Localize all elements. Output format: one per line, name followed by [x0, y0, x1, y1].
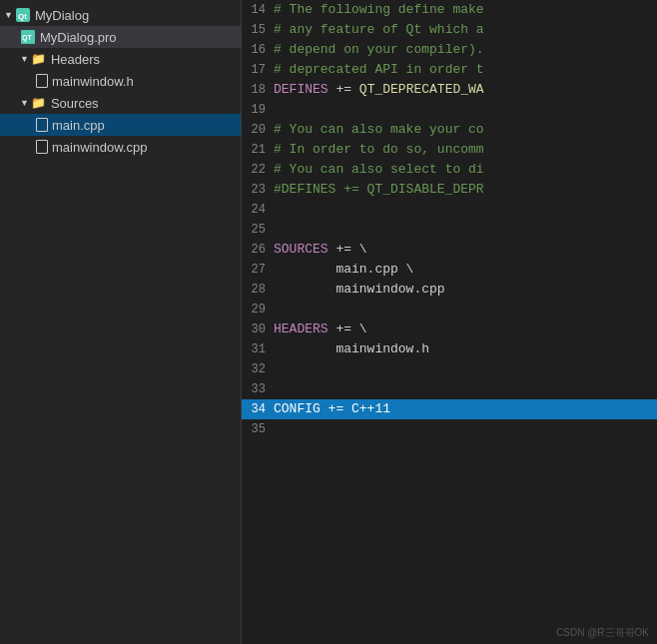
sidebar-item-sources-folder[interactable]: ▼ 📁 Sources — [0, 92, 241, 114]
code-line-32: 32 — [242, 359, 657, 379]
code-line-31: 31 mainwindow.h — [242, 339, 657, 359]
code-line-24: 24 — [242, 200, 657, 220]
expand-arrow: ▼ — [4, 10, 13, 20]
code-line-21: 21 # In order to do so, uncomm — [242, 140, 657, 160]
mainwindow-h-label: mainwindow.h — [52, 74, 134, 89]
cpp-file-icon-main — [36, 118, 48, 132]
sidebar-item-main-cpp[interactable]: main.cpp — [0, 114, 241, 136]
expand-arrow-sources: ▼ — [20, 98, 29, 108]
code-line-16: 16 # depend on your compiler). — [242, 40, 657, 60]
code-line-33: 33 — [242, 379, 657, 399]
watermark: CSDN @R三哥哥OK — [556, 626, 649, 640]
sidebar-item-headers-folder[interactable]: ▼ 📁 Headers — [0, 48, 241, 70]
expand-arrow-headers: ▼ — [20, 54, 29, 64]
code-line-20: 20 # You can also make your co — [242, 120, 657, 140]
code-line-17: 17 # deprecated API in order t — [242, 60, 657, 80]
project-icon: Qt — [15, 7, 31, 23]
code-line-27: 27 main.cpp \ — [242, 260, 657, 280]
sidebar-item-mydialog[interactable]: ▼ Qt MyDialog — [0, 4, 241, 26]
sidebar-item-mydialog-pro[interactable]: QT MyDialog.pro — [0, 26, 241, 48]
code-line-19: 19 — [242, 100, 657, 120]
code-line-34: 34 CONFIG += C++11 — [242, 399, 657, 419]
pro-icon: QT — [20, 29, 36, 45]
h-file-icon — [36, 74, 48, 88]
code-line-28: 28 mainwindow.cpp — [242, 280, 657, 300]
code-area: 14 # The following define make 15 # any … — [242, 0, 657, 644]
code-line-29: 29 — [242, 300, 657, 320]
code-line-30: 30 HEADERS += \ — [242, 320, 657, 339]
headers-folder-label: Headers — [51, 52, 100, 67]
code-line-15: 15 # any feature of Qt which a — [242, 20, 657, 40]
folder-icon-headers: 📁 — [31, 51, 47, 67]
code-line-14: 14 # The following define make — [242, 0, 657, 20]
cpp-file-icon-mainwindow — [36, 140, 48, 154]
code-line-18: 18 DEFINES += QT_DEPRECATED_WA — [242, 80, 657, 100]
project-label: MyDialog — [35, 8, 89, 23]
code-editor[interactable]: 14 # The following define make 15 # any … — [242, 0, 657, 644]
sources-folder-label: Sources — [51, 96, 99, 111]
svg-text:Qt: Qt — [18, 12, 27, 21]
sidebar-item-mainwindow-h[interactable]: mainwindow.h — [0, 70, 241, 92]
svg-text:QT: QT — [22, 34, 32, 42]
mainwindow-cpp-label: mainwindow.cpp — [52, 140, 147, 155]
code-line-26: 26 SOURCES += \ — [242, 240, 657, 260]
sidebar-item-mainwindow-cpp[interactable]: mainwindow.cpp — [0, 136, 241, 158]
code-line-23: 23 #DEFINES += QT_DISABLE_DEPR — [242, 180, 657, 200]
main-cpp-label: main.cpp — [52, 118, 105, 133]
code-line-35: 35 — [242, 419, 657, 439]
folder-icon-sources: 📁 — [31, 95, 47, 111]
pro-file-label: MyDialog.pro — [40, 30, 117, 45]
sidebar: ▼ Qt MyDialog QT MyDialog.pro ▼ 📁 Header… — [0, 0, 242, 644]
code-line-25: 25 — [242, 220, 657, 240]
code-line-22: 22 # You can also select to di — [242, 160, 657, 180]
